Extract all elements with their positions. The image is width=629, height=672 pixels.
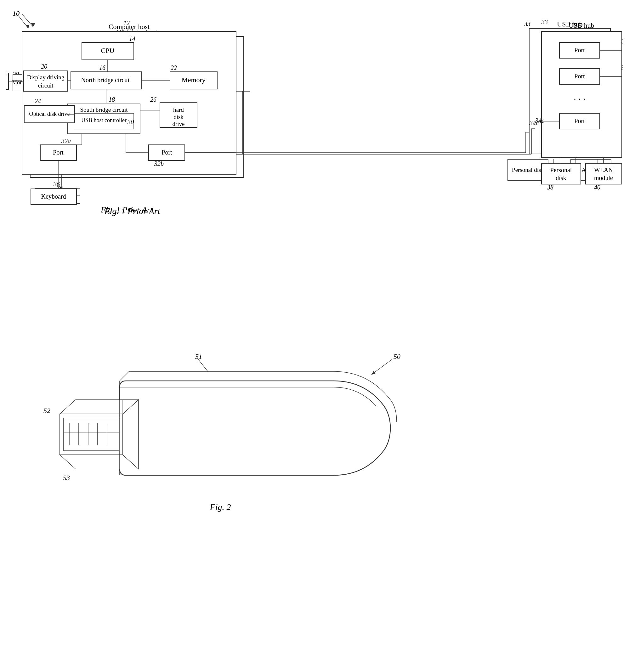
hdd-text2: disk (173, 114, 184, 120)
ref36: 36 (53, 181, 60, 188)
hub-port1-text: Port (574, 47, 585, 53)
port32b-text: Port (162, 149, 172, 156)
hub-title: USB hub (568, 21, 594, 29)
ddc-text1: Display driving (27, 74, 65, 80)
ref32a: 32a (61, 138, 71, 144)
optical-text: Optical disk drive (29, 111, 70, 117)
fig1-svg-main: Computer host 12 10 CPU 14 North bridge … (6, 9, 623, 223)
wlan-text2: module (594, 174, 613, 181)
ref16: 16 (99, 64, 106, 71)
ref38: 38 (547, 184, 554, 191)
sb-text1: South bridge circuit (80, 106, 128, 113)
ref24: 24 (34, 98, 41, 104)
ref20: 20 (41, 63, 47, 70)
ref30: 30 (127, 119, 134, 126)
svg-line-87 (198, 359, 208, 371)
keyboard-text: Keyboard (41, 193, 66, 200)
port32a-text: Port (53, 149, 64, 156)
hub-port2-text: Port (574, 73, 585, 80)
ref14: 14 (129, 35, 135, 42)
fig2-svg: 50 51 52 53 Fig. 2 (31, 331, 598, 645)
hub-port3-text: Port (574, 117, 585, 124)
ref40: 40 (594, 184, 600, 191)
nb-text: North bridge circuit (81, 76, 131, 84)
ref52: 52 (43, 407, 50, 414)
svg-marker-76 (371, 371, 376, 375)
ref53: 53 (63, 474, 70, 482)
ref51: 51 (195, 353, 202, 360)
hdd-text3: drive (172, 121, 185, 127)
fig2-caption-text: Fig. 2 (210, 502, 231, 512)
wlan-text1: WLAN (594, 167, 613, 173)
ref34c: 34c (535, 117, 544, 124)
personal-text2: disk (556, 174, 566, 181)
ddc-text2: circuit (38, 82, 53, 89)
hdd-text1: hard (173, 106, 184, 113)
memory-text: Memory (182, 76, 206, 84)
usb-host-text: USB host controller (81, 117, 126, 123)
ref12: 12 (123, 20, 130, 26)
cpu-text: CPU (101, 47, 115, 54)
svg-rect-78 (64, 418, 119, 451)
ref34b: 34b (621, 64, 623, 71)
ref33: 33 (541, 19, 548, 25)
ref50: 50 (394, 353, 400, 360)
fig1-caption-text: Fig. 1 Prior Art (104, 206, 161, 216)
svg-line-29 (19, 16, 28, 28)
ref18: 18 (109, 96, 115, 103)
hub-dots: · · · (574, 94, 586, 104)
personal-text1: Personal (550, 167, 572, 173)
ref32b: 32b (154, 160, 164, 167)
ref22: 22 (171, 64, 177, 71)
svg-rect-38 (6, 73, 8, 89)
ref26: 26 (150, 96, 157, 103)
ref10: 10 (13, 9, 20, 17)
ref34a: 34a (621, 38, 623, 45)
